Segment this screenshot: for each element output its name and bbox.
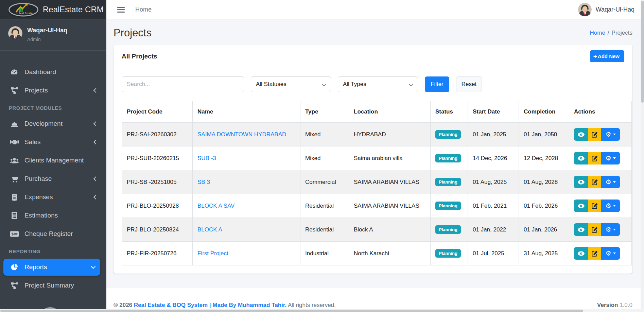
edit-button[interactable] xyxy=(588,152,601,164)
topbar-user-menu[interactable]: Waqar-Ul-Haq xyxy=(578,3,634,16)
edit-button[interactable] xyxy=(588,247,601,260)
project-name-link[interactable]: SAIMA DOWNTOWN HYDRABAD xyxy=(197,131,286,138)
gear-icon: ⚙ xyxy=(605,226,611,233)
filter-button[interactable]: Filter xyxy=(425,76,449,92)
cell-location: HYDRABAD xyxy=(349,123,431,146)
sidebar-item-development[interactable]: Development xyxy=(0,115,104,133)
edit-button[interactable] xyxy=(588,176,601,188)
users-icon xyxy=(10,158,19,163)
breadcrumb-home-link[interactable]: Home xyxy=(590,30,605,36)
sidebar-item-estimations[interactable]: Estimations xyxy=(0,206,104,225)
vertical-scrollbar-thumb[interactable] xyxy=(641,1,644,103)
column-header: Type xyxy=(300,101,349,123)
sidebar-item-sales[interactable]: Sales xyxy=(0,133,104,151)
gear-icon: ⚙ xyxy=(605,131,611,138)
calculator-icon xyxy=(10,212,19,219)
sidebar-item-projects[interactable]: Projects xyxy=(0,81,104,100)
project-name-link[interactable]: SUB -3 xyxy=(197,155,216,161)
page-title: Projects xyxy=(114,27,152,39)
view-button[interactable] xyxy=(574,176,588,188)
chevron-left-icon xyxy=(93,176,98,181)
table-row: PRJ-BLO-20250824 BLOCK A Residential Blo… xyxy=(122,218,632,242)
edit-pencil-icon xyxy=(592,132,598,138)
settings-dropdown-button[interactable]: ⚙ xyxy=(601,247,620,260)
sidebar-item-purchase[interactable]: Purchase xyxy=(0,170,104,188)
horizontal-scrollbar-thumb[interactable] xyxy=(0,310,583,312)
add-new-button[interactable]: +Add New xyxy=(590,50,624,62)
chevron-left-icon xyxy=(93,121,98,126)
settings-dropdown-button[interactable]: ⚙ xyxy=(601,200,620,212)
sidebar-item-dashboard[interactable]: Dashboard xyxy=(0,63,104,81)
project-diagram-icon xyxy=(10,282,19,289)
table-row: PRJ-SUB-20260215 SUB -3 Mixed Saima arab… xyxy=(122,146,632,170)
project-name-link[interactable]: SB 3 xyxy=(197,179,210,185)
eye-icon xyxy=(578,132,585,137)
sidebar-toggle-button[interactable] xyxy=(117,7,125,13)
sidebar-item-reports[interactable]: Reports xyxy=(3,259,100,276)
sidebar-item-cheque-register[interactable]: $ Cheque Register xyxy=(0,225,104,243)
sidebar-user-panel[interactable]: Waqar-Ul-Haq Admin xyxy=(0,19,106,51)
nav-home-link[interactable]: Home xyxy=(135,6,152,13)
settings-dropdown-button[interactable]: ⚙ xyxy=(601,176,620,188)
cell-type: Residential xyxy=(300,194,349,218)
edit-pencil-icon xyxy=(592,203,598,209)
table-row: PRJ-FIR-20250726 First Project Industria… xyxy=(122,242,632,265)
row-actions: ⚙ xyxy=(574,247,620,260)
status-select[interactable]: All Statuses xyxy=(251,76,331,92)
search-input[interactable] xyxy=(122,76,244,92)
footer-credit-link[interactable]: Real Estate & BOQ System | Made By Muham… xyxy=(134,302,286,308)
edit-button[interactable] xyxy=(588,223,601,236)
sidebar-item-project-summary[interactable]: Project Summary xyxy=(0,276,104,295)
gear-icon: ⚙ xyxy=(605,203,611,209)
sidebar-user-name: Waqar-Ul-Haq xyxy=(27,26,67,34)
cell-location: SAIMA ARABIAN VILLAS xyxy=(349,194,431,218)
horizontal-scrollbar[interactable] xyxy=(0,309,644,312)
row-actions: ⚙ xyxy=(574,223,620,236)
gear-icon: ⚙ xyxy=(605,155,611,161)
view-button[interactable] xyxy=(574,200,588,212)
cell-start-date: 01 Jan, 2025 xyxy=(468,123,519,146)
edit-button[interactable] xyxy=(588,128,601,141)
chevron-down-icon xyxy=(409,82,413,86)
sidebar-user-role: Admin xyxy=(27,37,67,42)
project-name-link[interactable]: BLOCK A xyxy=(197,226,222,233)
settings-dropdown-button[interactable]: ⚙ xyxy=(601,223,620,236)
cell-start-date: 01 Jan, 2022 xyxy=(468,218,519,242)
row-actions: ⚙ xyxy=(574,152,620,164)
settings-dropdown-button[interactable]: ⚙ xyxy=(601,128,620,141)
view-button[interactable] xyxy=(574,128,588,141)
breadcrumb: Home/Projects xyxy=(590,30,632,36)
row-actions: ⚙ xyxy=(574,200,620,212)
brand-header[interactable]: 1 Real Estate RealEstate CRM xyxy=(0,0,106,19)
reset-button[interactable]: Reset xyxy=(456,76,482,92)
gear-icon: ⚙ xyxy=(605,179,611,185)
money-check-icon: $ xyxy=(10,231,19,237)
svg-text:$: $ xyxy=(11,232,14,236)
table-header-row: Project CodeNameTypeLocationStatusStart … xyxy=(122,101,632,123)
view-button[interactable] xyxy=(574,152,588,164)
edit-button[interactable] xyxy=(588,200,601,212)
brand-title: RealEstate CRM xyxy=(43,5,104,14)
settings-dropdown-button[interactable]: ⚙ xyxy=(601,152,620,164)
project-name-link[interactable]: BLOCK A SAV xyxy=(197,203,234,209)
project-diagram-icon xyxy=(10,87,19,94)
cell-location: SAIMA ARABIAN VILLAS xyxy=(349,170,431,194)
chevron-down-icon xyxy=(91,264,95,269)
type-select[interactable]: All Types xyxy=(338,76,418,92)
view-button[interactable] xyxy=(574,223,588,236)
column-header: Actions xyxy=(569,101,632,123)
table-row: PRJ-BLO-20250928 BLOCK A SAV Residential… xyxy=(122,194,632,218)
edit-pencil-icon xyxy=(592,227,598,233)
sidebar-item-expenses[interactable]: Expenses xyxy=(0,188,104,206)
sidebar-item-clients-management[interactable]: Clients Management xyxy=(0,151,104,170)
project-name-link[interactable]: First Project xyxy=(197,250,228,257)
cell-project-code: PRJ-SB -20251005 xyxy=(122,170,193,194)
caret-down-icon xyxy=(613,134,616,135)
cell-location: North Karachi xyxy=(349,242,431,265)
realestate-logo-icon: 1 Real Estate xyxy=(8,3,39,17)
column-header: Location xyxy=(349,101,431,123)
plus-icon: + xyxy=(593,54,597,59)
vertical-scrollbar[interactable] xyxy=(641,0,644,309)
view-button[interactable] xyxy=(574,247,588,260)
chart-pie-icon xyxy=(10,263,19,271)
